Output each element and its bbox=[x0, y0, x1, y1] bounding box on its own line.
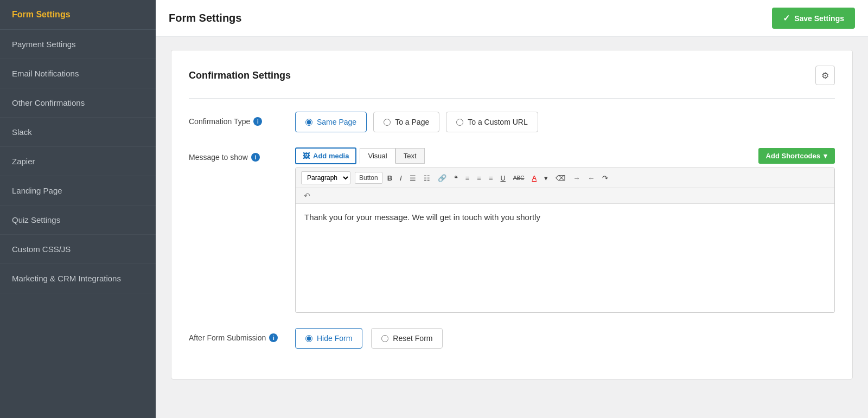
main-area: Form Settings ✓ Save Settings Confirmati… bbox=[156, 0, 868, 418]
sidebar-item-marketing-crm[interactable]: Marketing & CRM Integrations bbox=[0, 264, 156, 293]
editor-format-bar: Paragraph Button B I ☰ ☷ 🔗 ❝ ≡ bbox=[296, 168, 834, 188]
confirmation-type-label: Confirmation Type i bbox=[189, 112, 286, 126]
text-color-button[interactable]: A bbox=[529, 172, 539, 184]
editor-format-bar-2: ↶ bbox=[296, 188, 834, 204]
undo-button[interactable]: ↶ bbox=[301, 190, 313, 201]
chevron-color-button[interactable]: ▾ bbox=[541, 172, 551, 184]
card-header: Confirmation Settings ⚙ bbox=[189, 66, 835, 85]
check-icon: ✓ bbox=[783, 13, 790, 23]
indent-button[interactable]: → bbox=[570, 172, 583, 184]
add-media-button[interactable]: 🖼 Add media bbox=[295, 147, 356, 164]
content-area: Confirmation Settings ⚙ Confirmation Typ… bbox=[156, 37, 868, 418]
page-title: Form Settings bbox=[169, 12, 241, 24]
sidebar-item-payment-settings[interactable]: Payment Settings bbox=[0, 30, 156, 59]
sidebar-item-quiz-settings[interactable]: Quiz Settings bbox=[0, 205, 156, 235]
confirmation-type-options: Same Page To a Page To a Custom URL bbox=[295, 112, 538, 132]
editor-box: Paragraph Button B I ☰ ☷ 🔗 ❝ ≡ bbox=[295, 168, 835, 313]
sidebar-item-zapier[interactable]: Zapier bbox=[0, 147, 156, 176]
paragraph-select[interactable]: Paragraph bbox=[301, 171, 350, 184]
link-button[interactable]: 🔗 bbox=[435, 172, 449, 184]
confirmation-type-same-page[interactable]: Same Page bbox=[295, 112, 367, 132]
add-media-icon: 🖼 bbox=[303, 152, 310, 160]
divider bbox=[189, 98, 835, 99]
quote-button[interactable]: ❝ bbox=[451, 172, 461, 184]
gear-button[interactable]: ⚙ bbox=[815, 66, 835, 85]
sidebar-item-slack[interactable]: Slack bbox=[0, 118, 156, 147]
sidebar-item-other-confirmations[interactable]: Other Confirmations bbox=[0, 88, 156, 118]
ol-button[interactable]: ☷ bbox=[421, 172, 433, 184]
after-submission-label: After Form Submission i bbox=[189, 328, 286, 342]
editor-content[interactable]: Thank you for your message. We will get … bbox=[296, 204, 834, 312]
add-shortcodes-button[interactable]: Add Shortcodes ▾ bbox=[758, 148, 835, 164]
confirmation-settings-card: Confirmation Settings ⚙ Confirmation Typ… bbox=[171, 50, 853, 380]
after-submission-info-icon[interactable]: i bbox=[269, 333, 278, 342]
editor-top-left: 🖼 Add media Visual Text bbox=[295, 147, 425, 164]
card-title: Confirmation Settings bbox=[189, 70, 291, 81]
sidebar: Form Settings Payment Settings Email Not… bbox=[0, 0, 156, 418]
align-center-button[interactable]: ≡ bbox=[474, 172, 484, 184]
sidebar-title: Form Settings bbox=[0, 0, 156, 30]
strikethrough-button[interactable]: ABC bbox=[510, 173, 527, 183]
sidebar-item-custom-css-js[interactable]: Custom CSS/JS bbox=[0, 235, 156, 264]
align-right-button[interactable]: ≡ bbox=[486, 172, 496, 184]
underline-button[interactable]: U bbox=[498, 172, 508, 184]
ul-button[interactable]: ☰ bbox=[407, 172, 419, 184]
reset-form-option[interactable]: Reset Form bbox=[371, 328, 443, 349]
save-settings-button[interactable]: ✓ Save Settings bbox=[772, 8, 855, 29]
confirmation-type-info-icon[interactable]: i bbox=[253, 117, 262, 126]
topbar: Form Settings ✓ Save Settings bbox=[156, 0, 868, 37]
align-left-button[interactable]: ≡ bbox=[463, 172, 473, 184]
undo-top-button[interactable]: ↷ bbox=[599, 172, 611, 184]
message-info-icon[interactable]: i bbox=[251, 153, 260, 162]
visual-tab[interactable]: Visual bbox=[360, 148, 395, 164]
bold-button[interactable]: B bbox=[385, 172, 395, 184]
eraser-button[interactable]: ⌫ bbox=[553, 172, 568, 184]
editor-tabs: Visual Text bbox=[360, 148, 424, 164]
sidebar-item-landing-page[interactable]: Landing Page bbox=[0, 176, 156, 205]
text-tab[interactable]: Text bbox=[395, 148, 425, 164]
chevron-down-icon: ▾ bbox=[824, 152, 827, 160]
sidebar-item-email-notifications[interactable]: Email Notifications bbox=[0, 59, 156, 88]
gear-icon: ⚙ bbox=[821, 70, 829, 81]
after-form-submission-row: After Form Submission i Hide Form Reset … bbox=[189, 328, 835, 349]
outdent-button[interactable]: ← bbox=[585, 172, 597, 184]
confirmation-type-row: Confirmation Type i Same Page To a Page … bbox=[189, 112, 835, 132]
after-submission-options: Hide Form Reset Form bbox=[295, 328, 443, 349]
editor-wrapper: 🖼 Add media Visual Text Add Shortcodes ▾ bbox=[295, 147, 835, 313]
message-to-show-row: Message to show i 🖼 Add media Visual T bbox=[189, 147, 835, 313]
editor-toolbar-top: 🖼 Add media Visual Text Add Shortcodes ▾ bbox=[295, 147, 835, 164]
confirmation-type-custom-url[interactable]: To a Custom URL bbox=[446, 112, 538, 132]
confirmation-type-to-a-page[interactable]: To a Page bbox=[373, 112, 439, 132]
button-format-button[interactable]: Button bbox=[355, 172, 382, 184]
hide-form-option[interactable]: Hide Form bbox=[295, 328, 362, 349]
message-label: Message to show i bbox=[189, 147, 286, 162]
italic-button[interactable]: I bbox=[397, 172, 405, 184]
